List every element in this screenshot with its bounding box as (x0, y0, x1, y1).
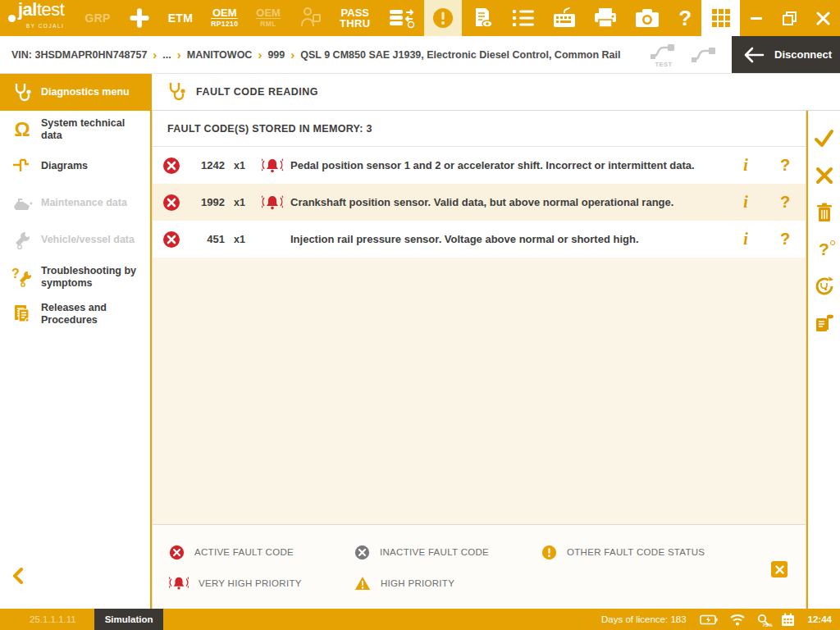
oem-rp1210-button[interactable]: OEM RP1210 (202, 0, 247, 36)
fault-description: Crankshaft position sensor. Valid data, … (290, 196, 727, 208)
printer-icon (593, 7, 618, 30)
oem-rml-button[interactable]: OEM RML (247, 0, 290, 36)
deselect-all-button[interactable] (808, 157, 840, 194)
omega-icon: Ω (10, 118, 34, 141)
breadcrumb-make[interactable]: MANITOWOC (187, 49, 253, 61)
zoom-level-icon[interactable]: 75% (757, 614, 769, 626)
stethoscope-icon (10, 82, 34, 103)
fault-info-button[interactable]: i (727, 230, 765, 249)
top-toolbar: jal test BY COJALI GRP ETM OEM RP1210 OE… (0, 0, 840, 36)
stethoscope-icon (167, 81, 186, 103)
oilcan-icon (10, 195, 34, 212)
logo-text-light: test (37, 2, 64, 18)
sidebar-item-system-technical-data[interactable]: Ω System technical data (0, 111, 150, 148)
plus-icon (129, 7, 150, 29)
fault-code: 1992 (190, 196, 225, 208)
legend-active: ACTIVE FAULT CODE (169, 545, 354, 560)
cross-icon (815, 167, 833, 185)
active-fault-icon (153, 157, 190, 175)
sidebar-item-vehicle-vessel-data: Vehicle/vessel data (0, 221, 150, 258)
grp-button[interactable]: GRP (75, 0, 119, 36)
help-button[interactable]: ? (669, 0, 701, 36)
vehicle-connector-icon (691, 44, 719, 66)
memory-header: FAULT CODE(S) STORED IN MEMORY: 3 (153, 111, 806, 147)
virtual-keyboard-button[interactable] (544, 0, 585, 36)
apps-menu-button[interactable] (701, 0, 740, 36)
fault-info-button[interactable]: i (727, 193, 765, 212)
breadcrumb-ellipsis[interactable]: ... (162, 49, 171, 61)
report-eye-icon (470, 6, 495, 30)
legend-high-priority: HIGH PRIORITY (354, 576, 541, 591)
breadcrumb-bar: VIN: 3HSDMAPR0HN748757 › ... › MANITOWOC… (0, 36, 840, 74)
page-header: FAULT CODE READING (152, 74, 840, 111)
inactive-fault-icon (354, 545, 370, 560)
data-transfer-button[interactable] (380, 0, 424, 36)
jaltest-logo[interactable]: jal test BY COJALI (0, 0, 75, 36)
sidebar-item-diagrams[interactable]: Diagrams (0, 148, 150, 185)
close-button[interactable] (806, 0, 840, 36)
breadcrumb-vin[interactable]: VIN: 3HSDMAPR0HN748757 (11, 49, 147, 61)
screenshot-button[interactable] (626, 0, 669, 36)
clock-label: 12:44 (808, 614, 832, 624)
breadcrumb-system[interactable]: QSL 9 CM850 SAE J1939, Electronic Diesel… (300, 49, 620, 61)
disconnect-button[interactable]: Disconnect (732, 36, 840, 73)
sidebar-item-releases-procedures[interactable]: Releases and Procedures (0, 295, 150, 332)
action-rail: ? (806, 111, 840, 609)
fault-row-1992[interactable]: 1992 x1 Crankshaft position sensor. Vali… (153, 184, 806, 221)
minimize-button[interactable] (740, 0, 773, 36)
restore-button[interactable] (773, 0, 806, 36)
list-icon (511, 7, 536, 29)
breadcrumb-separator: › (177, 48, 181, 62)
restore-icon (783, 11, 797, 25)
sidebar-item-diagnostics-menu[interactable]: Diagnostics menu (0, 74, 150, 111)
svg-text:?: ? (11, 267, 20, 281)
select-all-button[interactable] (808, 120, 840, 157)
warning-circle-icon (431, 7, 454, 30)
sidebar-item-maintenance-data: Maintenance data (0, 185, 150, 221)
fault-row-451[interactable]: 451 x1 Injection rail pressure sensor. V… (153, 221, 806, 258)
high-priority-icon (354, 576, 371, 591)
refresh-diagnosis-icon (814, 276, 835, 297)
fault-code: 451 (190, 233, 225, 245)
fault-warning-button[interactable] (424, 0, 463, 36)
sidebar-collapse-button[interactable] (11, 568, 25, 584)
add-vehicle-button[interactable] (120, 0, 159, 36)
repeat-diagnosis-button[interactable] (808, 267, 840, 304)
breadcrumb-model[interactable]: 999 (267, 49, 285, 61)
fault-help-button[interactable]: ? (765, 193, 806, 212)
print-button[interactable] (585, 0, 626, 36)
remote-specialist-button[interactable] (290, 0, 331, 36)
minimize-icon (750, 11, 763, 25)
sidebar-item-troubleshooting[interactable]: ? Troubleshooting by symptoms (0, 258, 150, 295)
fault-list-empty-area (153, 258, 806, 525)
legend-other: OTHER FAULT CODE STATUS (541, 545, 789, 560)
fault-help-button[interactable]: ? (765, 156, 806, 175)
wrench-icon (10, 231, 34, 250)
circuit-icon (10, 157, 34, 176)
copy-report-button[interactable] (808, 304, 840, 341)
fault-list-button[interactable] (503, 0, 544, 36)
calendar-icon[interactable] (781, 613, 795, 627)
zoom-level-label: 75% (763, 623, 773, 628)
fault-help-button[interactable]: ? (765, 230, 806, 249)
fault-help-rail-button[interactable]: ? (808, 231, 840, 267)
fault-info-button[interactable]: i (727, 156, 765, 175)
connection-status-icons: TEST (637, 36, 732, 73)
etm-button[interactable]: ETM (159, 0, 202, 36)
legend-inactive: INACTIVE FAULT CODE (354, 545, 541, 560)
other-status-icon (541, 545, 557, 560)
passthru-button[interactable]: PASS THRU (331, 0, 380, 36)
chevron-left-icon (11, 568, 25, 584)
legend-very-high-priority: VERY HIGH PRIORITY (169, 575, 354, 591)
clear-fault-codes-button[interactable] (808, 194, 840, 231)
report-view-button[interactable] (462, 0, 503, 36)
breadcrumb-separator: › (290, 48, 294, 62)
active-fault-icon (153, 231, 190, 249)
logo-text-bold: jal (18, 2, 37, 18)
legend-close-button[interactable] (771, 561, 788, 578)
fault-row-1242[interactable]: 1242 x1 Pedal position sensor 1 and 2 or… (153, 147, 806, 184)
main-area: FAULT CODE READING FAULT CODE(S) STORED … (152, 74, 840, 609)
trash-icon (816, 203, 833, 222)
fault-description: Pedal position sensor 1 and 2 or acceler… (290, 159, 727, 171)
page-title: FAULT CODE READING (196, 86, 318, 98)
